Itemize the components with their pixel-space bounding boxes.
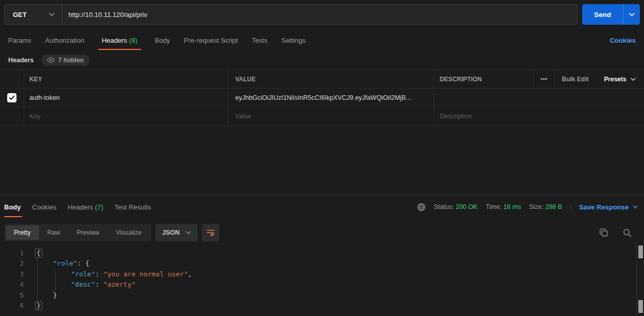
headers-subheader: Headers 7 hidden [0, 51, 644, 68]
code-line: 6 } [0, 301, 636, 311]
scrollbar-track[interactable] [636, 242, 644, 316]
status-indicator: Status: 200 OK [434, 203, 478, 210]
fold-brace[interactable]: { [35, 249, 42, 258]
fold-brace[interactable]: } [35, 301, 42, 310]
tab-settings[interactable]: Settings [281, 31, 305, 50]
time-indicator: Time: 16 ms [486, 203, 521, 210]
response-tab-test-results[interactable]: Test Results [115, 195, 151, 219]
row-checkbox[interactable] [7, 93, 16, 102]
tab-pre-request-script[interactable]: Pre-request Script [184, 31, 238, 50]
size-value: 298 B [545, 203, 562, 210]
indent-guide [37, 258, 38, 301]
globe-icon[interactable] [417, 203, 426, 212]
code-line: 2 "role": { [0, 258, 636, 269]
tab-body[interactable]: Body [155, 31, 170, 50]
tab-authorization[interactable]: Authorization [45, 31, 84, 50]
response-panel: Body Cookies Headers (7) Test Results St… [0, 195, 644, 316]
chevron-down-icon [631, 78, 636, 81]
description-input[interactable]: Description [434, 107, 534, 126]
chevron-down-icon [629, 13, 635, 16]
key-cell[interactable]: auth-token [24, 89, 228, 107]
table-header-row: KEY VALUE DESCRIPTION ••• Bulk Edit Pres… [0, 69, 644, 89]
view-visualize-button[interactable]: Visualize [108, 225, 150, 240]
send-button[interactable]: Send [582, 4, 640, 25]
response-tab-cookies[interactable]: Cookies [32, 195, 57, 219]
headers-count-badge: (8) [129, 37, 137, 44]
format-dropdown[interactable]: JSON [155, 224, 198, 241]
view-mode-switcher: Pretty Raw Preview Visualize [4, 224, 151, 241]
headers-title: Headers [8, 57, 33, 64]
header-row-auth-token: auth-token eyJhbGciOiJIUzI1NiIsInR5cCI6I… [0, 89, 644, 107]
status-value: 200 OK [456, 203, 477, 210]
chevron-down-icon [49, 13, 55, 16]
view-preview-button[interactable]: Preview [68, 225, 108, 240]
presets-dropdown[interactable]: Presets [596, 70, 644, 88]
code-line: 5 } [0, 290, 636, 301]
headers-table: KEY VALUE DESCRIPTION ••• Bulk Edit Pres… [0, 69, 644, 126]
tab-tests[interactable]: Tests [252, 31, 267, 50]
response-meta: Status: 200 OK Time: 16 ms Size: 298 B S… [417, 203, 638, 212]
line-number: 2 [0, 258, 24, 269]
more-options-button[interactable]: ••• [534, 70, 555, 88]
scrollbar-thumb[interactable] [638, 300, 643, 313]
search-icon[interactable] [623, 229, 632, 237]
column-key: KEY [24, 70, 228, 88]
divider [570, 203, 571, 211]
url-bar: GET http://10.10.11.120/api/priv Send [4, 4, 640, 25]
send-options-button[interactable] [623, 4, 640, 25]
new-header-row: Key Value Description [0, 107, 644, 126]
format-label: JSON [162, 229, 180, 236]
more-options-icon: ••• [541, 76, 548, 82]
postman-request-view: GET http://10.10.11.120/api/priv Send Pa… [0, 0, 644, 316]
line-number: 6 [0, 301, 24, 311]
code-line: 3 "role": "you are normal user", [0, 269, 636, 279]
send-label[interactable]: Send [582, 4, 623, 25]
tab-headers[interactable]: Headers (8) [98, 31, 141, 50]
time-value: 16 ms [503, 203, 521, 210]
wrap-text-button[interactable] [202, 224, 219, 241]
indent-guide [55, 269, 56, 290]
response-tab-body[interactable]: Body [4, 195, 21, 219]
value-input[interactable]: Value [228, 107, 434, 126]
response-tab-headers[interactable]: Headers (7) [67, 195, 103, 219]
chevron-down-icon [186, 231, 191, 234]
method-label: GET [13, 11, 27, 19]
bulk-edit-button[interactable]: Bulk Edit [555, 70, 596, 88]
request-tabs: Params Authorization Headers (8) Body Pr… [0, 31, 644, 50]
url-group: GET http://10.10.11.120/api/priv [4, 4, 578, 25]
copy-icon[interactable] [600, 229, 608, 237]
scrollbar-thumb[interactable] [638, 245, 643, 258]
key-input[interactable]: Key [24, 107, 228, 126]
view-raw-button[interactable]: Raw [39, 225, 68, 240]
response-body-json: 1 { 2 "role": { 3 "role": "you are norma… [0, 247, 636, 316]
line-number: 4 [0, 279, 24, 290]
response-tabs: Body Cookies Headers (7) Test Results St… [0, 195, 644, 219]
chevron-down-icon [633, 205, 638, 208]
method-dropdown[interactable]: GET [5, 5, 62, 24]
hidden-headers-toggle[interactable]: 7 hidden [41, 55, 89, 66]
url-input[interactable]: http://10.10.11.120/api/priv [62, 5, 577, 24]
line-number: 5 [0, 290, 24, 301]
eye-icon [47, 57, 55, 63]
column-description: DESCRIPTION [434, 70, 534, 88]
code-line: 4 "desc": "azerty" [0, 279, 636, 290]
column-value: VALUE [228, 70, 434, 88]
wrap-text-icon [206, 229, 215, 236]
size-indicator: Size: 298 B [529, 203, 562, 210]
value-cell[interactable]: eyJhbGciOiJIUzI1NiIsInR5cCI6IkpXVCJ9.eyJ… [228, 89, 434, 107]
save-response-button[interactable]: Save Response [579, 203, 638, 211]
hidden-headers-label: 7 hidden [58, 57, 83, 64]
presets-label: Presets [604, 76, 626, 83]
view-pretty-button[interactable]: Pretty [6, 225, 39, 240]
row-checkbox-cell [0, 89, 24, 107]
tab-params[interactable]: Params [8, 31, 31, 50]
line-number: 3 [0, 269, 24, 279]
description-cell[interactable] [434, 89, 534, 107]
line-number: 1 [0, 248, 24, 258]
row-checkbox-cell [0, 107, 24, 126]
response-headers-count-badge: (7) [95, 203, 103, 211]
response-toolbar: Pretty Raw Preview Visualize JSON [4, 224, 636, 241]
response-tools [600, 229, 636, 237]
cookies-link[interactable]: Cookies [610, 37, 636, 44]
select-all-column [0, 70, 24, 88]
